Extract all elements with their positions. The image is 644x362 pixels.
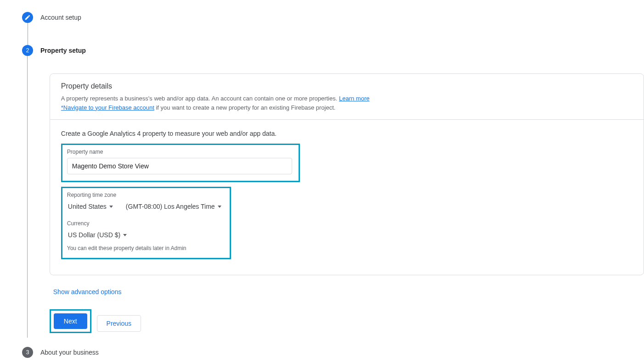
firebase-account-link[interactable]: *Navigate to your Firebase account: [61, 104, 154, 111]
next-button-highlight: Next: [50, 309, 91, 333]
step-3-label: About your business: [40, 349, 99, 356]
show-advanced-options-link[interactable]: Show advanced options: [53, 288, 122, 295]
timezone-select[interactable]: (GMT-08:00) Los Angeles Time: [125, 201, 222, 212]
currency-value: US Dollar (USD $): [68, 231, 120, 239]
property-name-highlight: Property name: [61, 144, 300, 182]
step-2-badge: 2: [22, 45, 33, 56]
timezone-currency-highlight: Reporting time zone United States (GMT-0…: [61, 187, 231, 259]
currency-select[interactable]: US Dollar (USD $): [67, 229, 128, 240]
step-about-business: 3 About your business: [22, 347, 644, 358]
step-account-setup[interactable]: Account setup: [22, 12, 644, 23]
country-value: United States: [68, 203, 107, 210]
chevron-down-icon: [123, 234, 127, 236]
property-name-label: Property name: [67, 149, 294, 155]
next-button[interactable]: Next: [54, 313, 87, 329]
step-1-badge: [22, 12, 33, 23]
edit-icon: [24, 14, 31, 21]
step-2-label: Property setup: [40, 47, 86, 54]
step-3-number: 3: [26, 349, 29, 356]
edit-later-hint: You can edit these property details late…: [67, 245, 225, 251]
panel-description: A property represents a business's web a…: [61, 94, 633, 112]
chevron-down-icon: [218, 206, 221, 208]
property-details-panel: Property details A property represents a…: [50, 73, 644, 275]
intro-text: Create a Google Analytics 4 property to …: [61, 130, 633, 137]
step-2-number: 2: [26, 47, 29, 54]
currency-label: Currency: [67, 220, 225, 227]
property-name-input[interactable]: [67, 158, 292, 174]
panel-title: Property details: [61, 82, 633, 90]
learn-more-link[interactable]: Learn more: [339, 95, 369, 102]
country-select[interactable]: United States: [67, 201, 114, 212]
step-3-badge: 3: [22, 347, 33, 358]
step-property-setup: 2 Property setup: [22, 45, 644, 56]
step-1-label: Account setup: [40, 14, 81, 21]
previous-button[interactable]: Previous: [97, 315, 141, 332]
timezone-label: Reporting time zone: [67, 192, 225, 198]
timezone-value: (GMT-08:00) Los Angeles Time: [126, 203, 215, 210]
chevron-down-icon: [109, 206, 113, 208]
